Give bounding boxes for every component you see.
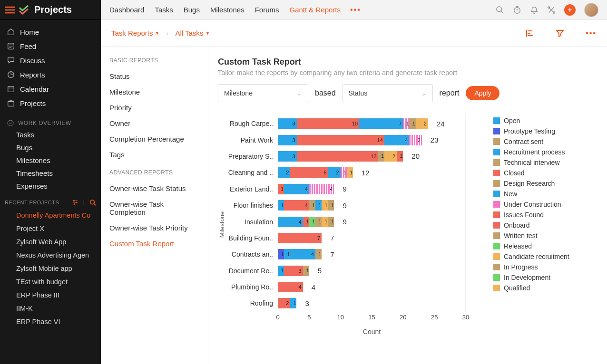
- bar-stack[interactable]: 3107112: [278, 118, 428, 129]
- bar-segment[interactable]: 1: [347, 167, 353, 178]
- sidebar-item-expenses[interactable]: Expenses: [0, 180, 101, 192]
- legend-item[interactable]: Candidate recruitment: [493, 251, 569, 262]
- bar-segment[interactable]: 13: [297, 151, 378, 162]
- report-item[interactable]: Custom Task Report: [109, 236, 199, 251]
- topnav-more[interactable]: •••: [350, 6, 361, 14]
- filter-icon[interactable]: [556, 29, 564, 38]
- sidebar-item-home[interactable]: Home: [0, 25, 101, 39]
- apply-button[interactable]: Apply: [466, 86, 499, 100]
- bar-segment[interactable]: 1: [315, 200, 322, 211]
- report-item[interactable]: Status: [109, 68, 199, 84]
- bar-segment[interactable]: 3: [278, 135, 297, 145]
- bar-segment[interactable]: 1: [278, 266, 284, 276]
- bar-segment[interactable]: 4: [278, 217, 303, 227]
- sidebar-item-discuss[interactable]: Discuss: [0, 53, 101, 67]
- criteria2-select[interactable]: Status ⌄: [343, 84, 433, 102]
- more-icon[interactable]: •••: [586, 29, 597, 38]
- recent-project-item[interactable]: TEst with budget: [0, 275, 101, 288]
- topnav-item[interactable]: Gantt & Reports: [289, 6, 341, 14]
- bar-stack[interactable]: 21: [278, 298, 296, 308]
- bar-stack[interactable]: 26211: [278, 167, 353, 178]
- bar-segment[interactable]: 2: [384, 151, 397, 162]
- chart-view-icon[interactable]: [526, 29, 534, 38]
- bar-segment[interactable]: 1: [378, 151, 384, 162]
- bar-segment[interactable]: 1: [278, 249, 284, 259]
- bar-segment[interactable]: 1: [328, 200, 334, 211]
- legend-item[interactable]: Released: [493, 241, 569, 251]
- bar-segment[interactable]: 6: [290, 167, 328, 178]
- legend-item[interactable]: Written test: [493, 230, 569, 241]
- bar-segment[interactable]: 4: [284, 200, 309, 211]
- recent-project-item[interactable]: ERP Phase VI: [0, 315, 101, 328]
- bar-segment[interactable]: 1: [278, 200, 284, 211]
- bar-segment[interactable]: 1: [322, 200, 328, 211]
- bar-stack[interactable]: 4: [278, 282, 303, 292]
- criteria1-select[interactable]: Milestone ⌄: [218, 84, 308, 102]
- bar-segment[interactable]: 4: [309, 184, 334, 194]
- bar-segment[interactable]: 4: [384, 135, 410, 145]
- bar-segment[interactable]: 1: [278, 184, 284, 194]
- bar-segment[interactable]: 2: [278, 167, 290, 178]
- bell-icon[interactable]: [530, 6, 538, 14]
- bar-segment[interactable]: 1: [309, 200, 315, 211]
- topnav-item[interactable]: Milestones: [210, 6, 245, 14]
- menu-icon[interactable]: [5, 5, 15, 15]
- bar-stack[interactable]: 141111: [278, 200, 334, 211]
- breadcrumb-item[interactable]: Task Reports▼: [111, 29, 159, 37]
- sidebar-item-calendar[interactable]: Calendar: [0, 82, 101, 96]
- bar-segment[interactable]: 1: [409, 118, 415, 129]
- sidebar-item-feed[interactable]: Feed: [0, 39, 101, 53]
- bar-segment[interactable]: 1: [315, 217, 322, 227]
- recent-project-item[interactable]: Zylsoft Web App: [0, 235, 101, 249]
- bar-segment[interactable]: 4: [290, 249, 315, 259]
- bar-segment[interactable]: 1: [328, 217, 334, 227]
- bar-segment[interactable]: 1: [309, 217, 315, 227]
- bar-stack[interactable]: 7: [278, 233, 322, 243]
- bar-segment[interactable]: 1: [284, 249, 290, 259]
- recent-project-item[interactable]: IIM-K: [0, 302, 101, 315]
- bar-stack[interactable]: 144: [278, 184, 334, 194]
- legend-item[interactable]: Design Research: [493, 178, 569, 189]
- recent-project-item[interactable]: ERP Phase III: [0, 288, 101, 302]
- legend-item[interactable]: Prototype Testing: [493, 126, 569, 136]
- report-item[interactable]: Owner-wise Task Status: [109, 181, 199, 196]
- topnav-item[interactable]: Forums: [255, 6, 279, 14]
- legend-item[interactable]: Issues Found: [493, 210, 569, 220]
- tools-icon[interactable]: [547, 6, 556, 14]
- report-item[interactable]: Owner-wise Task Priority: [109, 220, 199, 236]
- bar-segment[interactable]: 1: [315, 249, 322, 259]
- legend-item[interactable]: Closed: [493, 168, 569, 178]
- recent-project-item[interactable]: Donnelly Apartments Co: [0, 209, 101, 222]
- legend-item[interactable]: New: [493, 189, 569, 199]
- bar-segment[interactable]: 3: [278, 151, 297, 162]
- add-button[interactable]: +: [564, 4, 576, 16]
- bar-segment[interactable]: 4: [278, 282, 303, 292]
- report-item[interactable]: Tags: [109, 147, 199, 163]
- topnav-item[interactable]: Dashboard: [109, 6, 144, 14]
- report-item[interactable]: Owner: [109, 115, 199, 131]
- topnav-item[interactable]: Bugs: [184, 6, 200, 14]
- recent-project-item[interactable]: Nexus Advertising Agen: [0, 249, 101, 262]
- sidebar-item-projects[interactable]: Projects: [0, 96, 101, 110]
- bar-segment[interactable]: 7: [278, 233, 322, 243]
- bar-segment[interactable]: 1: [290, 298, 296, 308]
- bar-stack[interactable]: 131: [278, 266, 309, 276]
- bar-segment[interactable]: 14: [297, 135, 384, 145]
- legend-item[interactable]: Qualified: [493, 283, 569, 293]
- search-icon[interactable]: [496, 6, 504, 14]
- bar-segment[interactable]: 3: [284, 266, 303, 276]
- bar-segment[interactable]: 7: [359, 118, 403, 129]
- legend-item[interactable]: Open: [493, 115, 569, 126]
- sidebar-section-overview[interactable]: WORK OVERVIEW: [0, 115, 101, 128]
- bar-segment[interactable]: 3: [278, 118, 297, 129]
- report-item[interactable]: Milestone: [109, 84, 199, 100]
- legend-item[interactable]: Contract sent: [493, 136, 569, 147]
- bar-segment[interactable]: 2: [409, 135, 421, 145]
- bar-segment[interactable]: 2: [328, 167, 340, 178]
- sidebar-item-tasks[interactable]: Tasks: [0, 128, 101, 141]
- recent-project-item[interactable]: Project X: [0, 222, 101, 235]
- legend-item[interactable]: Technical interview: [493, 157, 569, 168]
- settings-icon[interactable]: [72, 199, 78, 206]
- bar-segment[interactable]: 1: [341, 167, 347, 178]
- bar-stack[interactable]: 313121: [278, 151, 403, 162]
